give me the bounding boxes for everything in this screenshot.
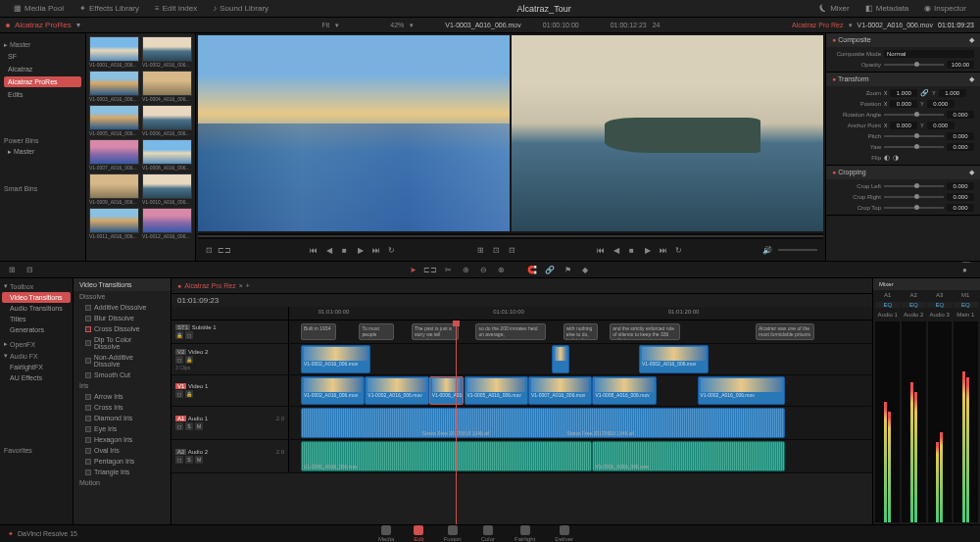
toolbox-header[interactable]: ▾ Toolbox [2,280,71,292]
replace-icon[interactable]: ⊟ [507,245,516,255]
sound-library-tab[interactable]: ♪Sound Library [205,4,276,13]
effects-library-tab[interactable]: ✦Effects Library [72,4,147,13]
deliver-page[interactable]: Deliver [555,525,573,542]
fx-item[interactable]: Cross Iris [74,402,171,413]
replace-tool-icon[interactable]: ⊗ [495,264,507,275]
video-clip[interactable] [552,345,569,373]
transform-header[interactable]: ● Transform◆ [826,73,980,86]
audiofx-header[interactable]: ▾ Audio FX [2,350,71,362]
view-options-icon[interactable]: ⊞ [6,264,18,275]
cropping-header[interactable]: ● Cropping◆ [826,166,980,179]
track-head-a1[interactable]: A1 Audio 1 2.0 ◻SM [172,407,289,439]
opacity-value[interactable]: 100.00 [947,61,974,69]
clip-thumb[interactable]: V1-0008_A016_006... [142,139,192,171]
edit-page[interactable]: Edit [414,525,423,542]
loop-icon[interactable]: ↻ [674,245,684,255]
overwrite-icon[interactable]: ⊡ [491,245,501,255]
fairlight-page[interactable]: Fairlight [514,525,535,542]
fx-item[interactable]: Diamond Iris [74,413,171,423]
bin-path[interactable]: Alcatraz ProRes▾ [0,21,196,29]
bin-item[interactable]: Alcatraz [4,64,81,74]
fx-item[interactable]: Pentagon Iris [74,456,171,467]
flip-v-icon[interactable]: ◑ [893,154,899,162]
mixer-ch[interactable]: A2 [902,292,927,298]
media-page[interactable]: Media [378,525,394,542]
audio-meter[interactable] [875,321,900,522]
subtitle-clip[interactable]: To most people [359,323,394,340]
view-options-icon[interactable]: ⊟ [24,264,35,275]
mixer-toggle[interactable]: ⏾Mixer [811,4,858,13]
fx-item[interactable]: Non-Additive Dissolve [74,352,171,370]
snap-icon[interactable]: 🧲 [526,264,538,275]
fx-item[interactable]: Additive Dissolve [74,302,171,313]
source-viewer[interactable] [198,35,510,231]
link-icon[interactable]: 🔗 [544,264,556,275]
in-out-icon[interactable]: ⊏⊐ [220,245,229,255]
pos-x[interactable]: 0.000 [890,100,917,108]
opacity-slider[interactable] [884,64,944,66]
subtitle-clip[interactable]: Built in 1934 [301,323,336,340]
marker-icon[interactable]: ◆ [579,264,591,275]
bin-item-selected[interactable]: Alcatraz ProRes [4,76,81,87]
timeline-tab[interactable]: ●Alcatraz Pro Rez×+ [177,282,250,289]
zoom-y[interactable]: 1.000 [939,89,966,97]
fx-item[interactable]: Dip To Color Dissolve [74,334,171,352]
subtitle-clip[interactable]: The past is just a story we tell ourselv… [412,323,459,340]
next-icon[interactable]: ⏭ [659,245,668,255]
fx-item[interactable]: Arrow Iris [74,391,171,402]
track-head-v1[interactable]: V1 Video 1 ◻🔒 [172,375,289,406]
timeline-viewer[interactable] [512,35,823,231]
trim-tool-icon[interactable]: ⊏⊐ [424,264,436,275]
blade-tool-icon[interactable]: ✂ [442,264,454,275]
video-clip[interactable]: V1-0002_A016_006.mov [365,376,428,405]
viewer-scrubber[interactable] [198,233,823,239]
subtitle-clip[interactable]: so do the 200 inmates held on average, [475,323,545,340]
first-frame-icon[interactable]: ⏮ [309,245,318,255]
stop-icon[interactable]: ■ [340,245,350,255]
clip-thumb[interactable]: V1-0006_A016_006... [142,105,192,136]
track-head-a2[interactable]: A2 Audio 2 2.0 ◻SM [172,440,289,472]
link-icon[interactable]: 🔗 [920,89,929,97]
video-transitions-cat[interactable]: Video Transitions [2,292,71,303]
zoom-slider[interactable]: —●— [962,264,974,275]
video-clip[interactable]: V1-0002_A016_006.mov [301,376,365,405]
volume-slider[interactable] [778,249,817,251]
clip-thumb[interactable]: V1-0007_A016_006... [89,139,139,171]
fx-item[interactable]: Eye Iris [74,423,171,434]
power-bins-header[interactable]: Power Bins [4,137,81,144]
inspector-toggle[interactable]: ◉Inspector [916,4,974,13]
first-frame-icon[interactable]: ⏮ [596,245,606,255]
edit-index-tab[interactable]: ≡Edit Index [147,4,205,13]
color-page[interactable]: Color [481,525,495,542]
clip-thumb[interactable]: V1-0012_A016_006... [142,208,192,239]
audio-meter[interactable] [928,321,953,522]
fx-item[interactable]: Smooth Cut [74,370,171,380]
titles-cat[interactable]: Titles [2,314,71,324]
audio-transitions-cat[interactable]: Audio Transitions [2,303,71,314]
timeline-name[interactable]: Alcatraz Pro Rez [792,22,844,28]
lock-icon[interactable]: 🔒 [175,331,183,339]
audio-clip[interactable]: V1-0006_A016_006.wav [592,441,784,471]
audio-meter[interactable] [902,321,926,522]
bin-item[interactable]: SF [4,51,81,62]
generators-cat[interactable]: Generators [2,324,71,335]
clip-thumb[interactable]: V1-0003_A016_006... [89,71,139,102]
audio-clip[interactable]: Stress Free 20170810 1346.aifStress Free… [301,408,785,438]
insert-tool-icon[interactable]: ⊕ [460,264,471,275]
clip-thumb[interactable]: V1-0009_A016_006... [89,173,139,205]
fx-item[interactable]: Cross Dissolve [74,323,171,334]
openfx-header[interactable]: ▸ OpenFX [2,338,71,350]
insert-icon[interactable]: ⊞ [475,245,485,255]
track-head-st1[interactable]: ST1 Subtitle 1 🔒◻ [172,320,289,343]
clip-thumb[interactable]: V1-0005_A016_006... [89,105,139,136]
mixer-ch[interactable]: A1 [875,292,901,298]
zoom-pct[interactable]: 42% [390,22,404,28]
audio-meter[interactable] [954,321,978,522]
video-clip[interactable]: V1-0007_A016_006.mov [528,376,592,405]
volume-icon[interactable]: 🔊 [762,245,772,255]
metadata-toggle[interactable]: ◧Metadata [858,4,916,13]
flag-icon[interactable]: ⚑ [562,264,573,275]
pos-y[interactable]: 0.000 [927,100,955,108]
smart-bins-header[interactable]: Smart Bins [4,185,81,192]
master-bin[interactable]: ▸ Master [4,41,81,49]
